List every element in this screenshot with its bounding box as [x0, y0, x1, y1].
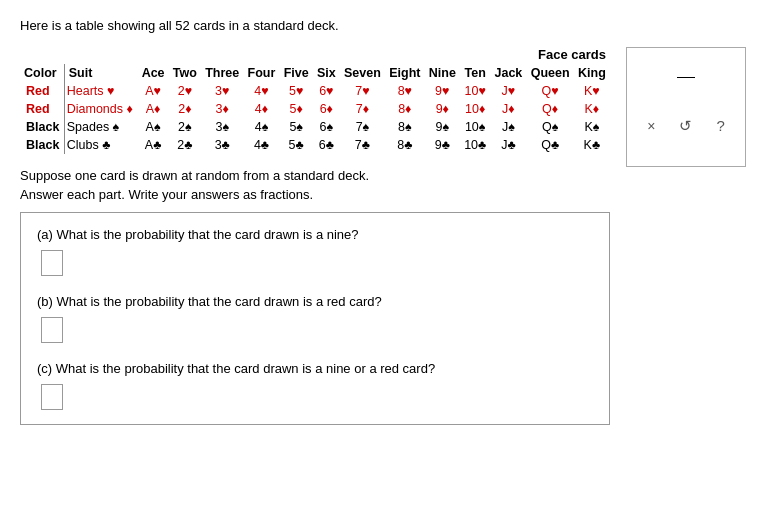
cell-card: 3♥ [201, 82, 243, 100]
table-row: RedHearts ♥A♥2♥3♥4♥5♥6♥7♥8♥9♥10♥J♥Q♥K♥ [20, 82, 610, 100]
fraction-numerator [677, 60, 696, 78]
cell-card: J♥ [490, 82, 526, 100]
cell-color: Black [20, 136, 64, 154]
col-eight: Eight [385, 64, 425, 82]
cell-card: 6♦ [313, 100, 340, 118]
cell-card: 7♣ [340, 136, 385, 154]
cell-card: K♣ [574, 136, 610, 154]
cell-card: 8♣ [385, 136, 425, 154]
cell-card: 7♥ [340, 82, 385, 100]
cell-suit: Spades ♠ [64, 118, 137, 136]
col-color: Color [20, 64, 64, 82]
cell-card: Q♥ [526, 82, 573, 100]
cell-card: 2♦ [169, 100, 201, 118]
cell-card: Q♦ [526, 100, 573, 118]
right-actions: × ↺ ? [643, 115, 729, 137]
undo-button[interactable]: ↺ [675, 115, 696, 137]
fraction-denominator [677, 78, 696, 95]
cell-card: 4♣ [243, 136, 279, 154]
cell-suit: Hearts ♥ [64, 82, 137, 100]
cell-card: 2♠ [169, 118, 201, 136]
cell-card: J♠ [490, 118, 526, 136]
cell-card: 3♣ [201, 136, 243, 154]
cell-card: 6♣ [313, 136, 340, 154]
cell-card: 3♠ [201, 118, 243, 136]
cell-card: K♦ [574, 100, 610, 118]
cell-card: 9♣ [425, 136, 460, 154]
answer-box-b[interactable] [41, 317, 63, 343]
left-panel: Face cards Color Suit Ace Two Three Four… [20, 47, 610, 425]
help-button[interactable]: ? [712, 115, 728, 136]
col-queen: Queen [526, 64, 573, 82]
cell-card: 8♦ [385, 100, 425, 118]
col-four: Four [243, 64, 279, 82]
question-a: (a) What is the probability that the car… [37, 227, 593, 276]
deck-table: Color Suit Ace Two Three Four Five Six S… [20, 64, 610, 154]
answer-box-a[interactable] [41, 250, 63, 276]
cell-card: J♦ [490, 100, 526, 118]
questions-box: (a) What is the probability that the car… [20, 212, 610, 425]
question-b-text: (b) What is the probability that the car… [37, 294, 593, 309]
cell-card: 2♣ [169, 136, 201, 154]
col-suit: Suit [64, 64, 137, 82]
cell-card: 6♠ [313, 118, 340, 136]
main-layout: Face cards Color Suit Ace Two Three Four… [20, 47, 746, 425]
cell-card: 5♦ [280, 100, 313, 118]
right-panel: × ↺ ? [626, 47, 746, 167]
cell-card: 4♠ [243, 118, 279, 136]
intro-text: Here is a table showing all 52 cards in … [20, 18, 746, 33]
cell-card: Q♠ [526, 118, 573, 136]
face-cards-label: Face cards [20, 47, 610, 62]
cell-card: 5♥ [280, 82, 313, 100]
question-a-text: (a) What is the probability that the car… [37, 227, 593, 242]
table-row: BlackSpades ♠A♠2♠3♠4♠5♠6♠7♠8♠9♠10♠J♠Q♠K♠ [20, 118, 610, 136]
cell-card: A♣ [138, 136, 169, 154]
col-ace: Ace [138, 64, 169, 82]
cell-card: 10♦ [460, 100, 490, 118]
col-king: King [574, 64, 610, 82]
col-jack: Jack [490, 64, 526, 82]
cell-card: 7♦ [340, 100, 385, 118]
cell-card: 8♠ [385, 118, 425, 136]
col-six: Six [313, 64, 340, 82]
cell-card: 3♦ [201, 100, 243, 118]
cell-card: 5♣ [280, 136, 313, 154]
table-row: BlackClubs ♣A♣2♣3♣4♣5♣6♣7♣8♣9♣10♣J♣Q♣K♣ [20, 136, 610, 154]
cell-color: Black [20, 118, 64, 136]
cell-suit: Diamonds ♦ [64, 100, 137, 118]
cell-card: 6♥ [313, 82, 340, 100]
question-c: (c) What is the probability that the car… [37, 361, 593, 410]
cell-card: 9♠ [425, 118, 460, 136]
cell-card: 10♣ [460, 136, 490, 154]
answer-text: Answer each part. Write your answers as … [20, 187, 610, 202]
cell-card: 2♥ [169, 82, 201, 100]
cell-card: A♠ [138, 118, 169, 136]
col-nine: Nine [425, 64, 460, 82]
cell-card: 5♠ [280, 118, 313, 136]
cell-suit: Clubs ♣ [64, 136, 137, 154]
cell-card: 7♠ [340, 118, 385, 136]
cell-card: K♠ [574, 118, 610, 136]
cell-card: 9♥ [425, 82, 460, 100]
col-two: Two [169, 64, 201, 82]
cell-card: J♣ [490, 136, 526, 154]
cell-card: 8♥ [385, 82, 425, 100]
cell-card: A♦ [138, 100, 169, 118]
cell-card: 9♦ [425, 100, 460, 118]
cell-card: 10♠ [460, 118, 490, 136]
cell-card: 4♦ [243, 100, 279, 118]
close-button[interactable]: × [643, 116, 659, 136]
cell-card: 4♥ [243, 82, 279, 100]
cell-color: Red [20, 82, 64, 100]
answer-box-c[interactable] [41, 384, 63, 410]
cell-card: Q♣ [526, 136, 573, 154]
cell-card: A♥ [138, 82, 169, 100]
col-three: Three [201, 64, 243, 82]
cell-card: 10♥ [460, 82, 490, 100]
col-ten: Ten [460, 64, 490, 82]
cell-color: Red [20, 100, 64, 118]
question-c-text: (c) What is the probability that the car… [37, 361, 593, 376]
cell-card: K♥ [574, 82, 610, 100]
deck-table-wrapper: Face cards Color Suit Ace Two Three Four… [20, 47, 610, 154]
col-five: Five [280, 64, 313, 82]
